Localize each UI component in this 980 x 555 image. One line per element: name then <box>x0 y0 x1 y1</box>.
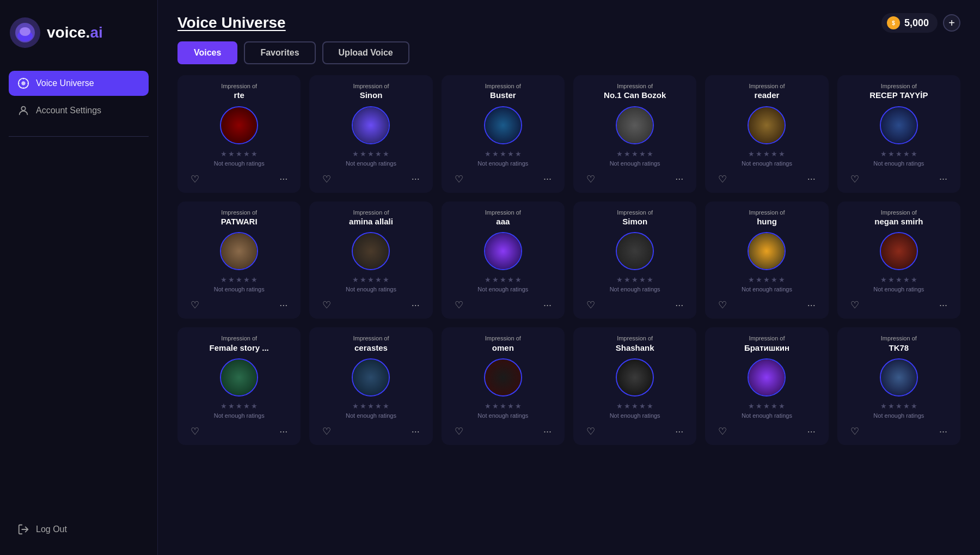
more-options-button[interactable]: ··· <box>539 297 556 313</box>
more-options-button[interactable]: ··· <box>671 297 688 313</box>
avatar-image <box>353 359 389 395</box>
voice-card-header: Impression of hung <box>749 209 785 227</box>
voice-card-header: Impression of cerastes <box>353 335 389 353</box>
card-actions: ♡ ··· <box>844 297 954 313</box>
voice-name: rte <box>221 90 257 101</box>
stars-row: ★★★★★ <box>748 402 785 410</box>
more-options-button[interactable]: ··· <box>803 171 820 187</box>
coins-value: 5,000 <box>904 17 929 29</box>
voice-card-patwari: Impression of PATWARI ★★★★★ Not enough r… <box>177 202 301 319</box>
more-options-button[interactable]: ··· <box>803 423 820 440</box>
favorite-button[interactable]: ♡ <box>318 171 335 187</box>
favorite-button[interactable]: ♡ <box>450 171 468 187</box>
voice-avatar <box>880 358 918 397</box>
sidebar-item-account-settings[interactable]: Account Settings <box>9 98 149 123</box>
not-enough-label: Not enough ratings <box>346 412 396 419</box>
svg-point-3 <box>20 27 30 36</box>
card-actions: ♡ ··· <box>316 297 426 313</box>
not-enough-label: Not enough ratings <box>214 412 265 419</box>
not-enough-label: Not enough ratings <box>742 160 792 167</box>
favorite-button[interactable]: ♡ <box>714 423 731 440</box>
logout-button[interactable]: Log Out <box>9 517 149 542</box>
voice-avatar <box>484 106 522 144</box>
not-enough-label: Not enough ratings <box>873 160 924 167</box>
impression-label: Impression of <box>749 83 785 90</box>
stars-row: ★★★★★ <box>616 276 653 284</box>
voice-card-no1-can-bozok: Impression of No.1 Can Bozok ★★★★★ Not e… <box>573 75 696 193</box>
voices-grid-container[interactable]: Impression of rte ★★★★★ Not enough ratin… <box>158 75 980 555</box>
voice-name: Братишкин <box>744 343 789 353</box>
voice-card-header: Impression of rte <box>221 83 257 101</box>
favorite-button[interactable]: ♡ <box>450 423 468 440</box>
stars-row: ★★★★★ <box>880 150 917 158</box>
not-enough-label: Not enough ratings <box>346 286 396 292</box>
voice-avatar <box>220 232 258 270</box>
favorite-button[interactable]: ♡ <box>714 171 731 187</box>
add-coins-button[interactable]: + <box>943 14 960 32</box>
impression-label: Impression of <box>485 83 521 90</box>
not-enough-label: Not enough ratings <box>873 286 924 292</box>
tab-voices[interactable]: Voices <box>177 41 237 64</box>
not-enough-label: Not enough ratings <box>610 286 660 292</box>
more-options-button[interactable]: ··· <box>407 171 424 187</box>
avatar-image <box>617 107 653 143</box>
more-options-button[interactable]: ··· <box>407 297 424 313</box>
svg-text:$: $ <box>892 20 895 26</box>
more-options-button[interactable]: ··· <box>935 297 952 313</box>
favorite-button[interactable]: ♡ <box>846 297 863 313</box>
voice-card-header: Impression of Female story ... <box>210 335 269 353</box>
favorite-button[interactable]: ♡ <box>714 297 731 313</box>
card-actions: ♡ ··· <box>448 297 558 313</box>
voice-avatar <box>616 106 654 144</box>
more-options-button[interactable]: ··· <box>539 423 556 440</box>
voice-card-hung: Impression of hung ★★★★★ Not enough rati… <box>705 202 828 319</box>
impression-label: Impression of <box>744 335 789 342</box>
favorite-button[interactable]: ♡ <box>582 297 599 313</box>
voice-avatar <box>484 358 522 397</box>
favorite-button[interactable]: ♡ <box>186 297 204 313</box>
card-actions: ♡ ··· <box>844 171 954 187</box>
favorite-button[interactable]: ♡ <box>846 423 863 440</box>
avatar-image <box>881 359 917 395</box>
tab-upload-voice[interactable]: Upload Voice <box>322 41 409 64</box>
favorite-button[interactable]: ♡ <box>186 171 204 187</box>
card-actions: ♡ ··· <box>184 423 294 440</box>
voice-avatar <box>748 358 786 397</box>
sidebar-item-voice-universe-label: Voice Universe <box>36 78 94 88</box>
voice-name: Simon <box>617 216 653 227</box>
not-enough-label: Not enough ratings <box>873 412 924 419</box>
voice-card-rte: Impression of rte ★★★★★ Not enough ratin… <box>177 75 301 193</box>
favorite-button[interactable]: ♡ <box>318 297 335 313</box>
more-options-button[interactable]: ··· <box>539 171 556 187</box>
not-enough-label: Not enough ratings <box>477 412 528 419</box>
favorite-button[interactable]: ♡ <box>450 297 468 313</box>
page-title: Voice Universe <box>177 14 286 32</box>
more-options-button[interactable]: ··· <box>275 423 292 440</box>
more-options-button[interactable]: ··· <box>935 171 952 187</box>
favorite-button[interactable]: ♡ <box>846 171 863 187</box>
voice-card-header: Impression of Sinon <box>353 83 389 101</box>
more-options-button[interactable]: ··· <box>275 171 292 187</box>
more-options-button[interactable]: ··· <box>803 297 820 313</box>
logo-icon <box>9 16 41 49</box>
avatar-image <box>617 233 653 269</box>
more-options-button[interactable]: ··· <box>671 171 688 187</box>
more-options-button[interactable]: ··· <box>935 423 952 440</box>
favorite-button[interactable]: ♡ <box>582 423 599 440</box>
card-actions: ♡ ··· <box>580 423 690 440</box>
more-options-button[interactable]: ··· <box>275 297 292 313</box>
sidebar-item-voice-universe[interactable]: Voice Universe <box>9 71 149 96</box>
favorite-button[interactable]: ♡ <box>582 171 599 187</box>
impression-label: Impression of <box>349 209 393 216</box>
favorite-button[interactable]: ♡ <box>186 423 204 440</box>
card-actions: ♡ ··· <box>712 171 822 187</box>
favorite-button[interactable]: ♡ <box>318 423 335 440</box>
impression-label: Impression of <box>869 83 928 90</box>
more-options-button[interactable]: ··· <box>407 423 424 440</box>
avatar-image <box>485 107 521 143</box>
voice-name: Female story ... <box>210 343 269 353</box>
voice-avatar <box>352 106 390 144</box>
more-options-button[interactable]: ··· <box>671 423 688 440</box>
voice-card-header: Impression of amina allali <box>349 209 393 227</box>
tab-favorites[interactable]: Favorites <box>244 41 315 64</box>
